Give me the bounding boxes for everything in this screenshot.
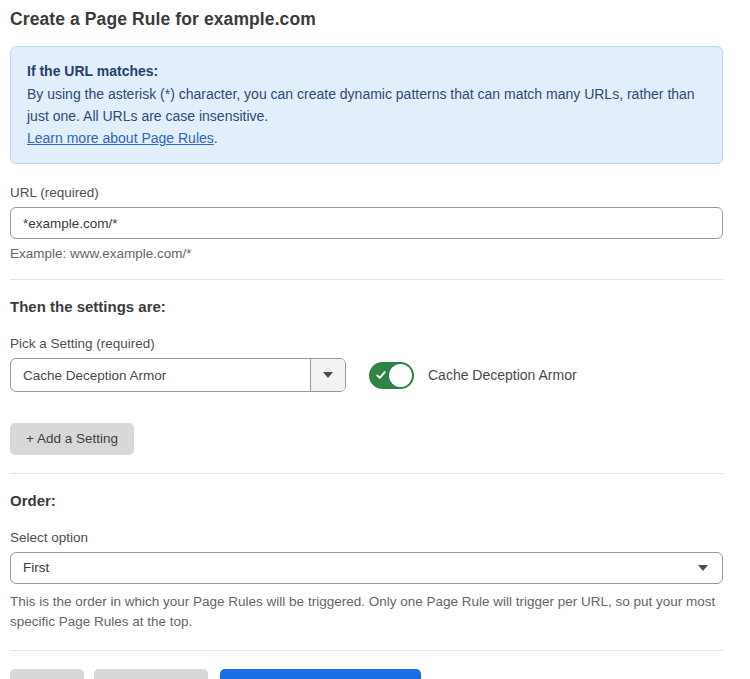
create-page-rule-panel: Create a Page Rule for example.com If th…: [10, 0, 723, 679]
info-box-body: By using the asterisk (*) character, you…: [27, 83, 706, 127]
order-select[interactable]: First: [10, 552, 723, 584]
url-input[interactable]: [10, 207, 723, 239]
info-box-heading: If the URL matches:: [27, 60, 706, 82]
add-setting-button[interactable]: + Add a Setting: [10, 423, 134, 455]
cache-deception-armor-toggle[interactable]: [369, 362, 414, 389]
order-section-heading: Order:: [10, 492, 723, 509]
setting-select[interactable]: Cache Deception Armor: [10, 358, 346, 392]
pick-setting-label: Pick a Setting (required): [10, 336, 723, 351]
url-match-info-box: If the URL matches: By using the asteris…: [10, 46, 723, 164]
divider: [10, 650, 723, 651]
divider: [10, 473, 723, 474]
page-title: Create a Page Rule for example.com: [10, 9, 723, 30]
footer-actions: Cancel Save as Draft Save and Deploy Pag…: [10, 669, 723, 679]
url-field-helper: Example: www.example.com/*: [10, 246, 723, 261]
setting-toggle-group: Cache Deception Armor: [369, 362, 577, 389]
caret-down-icon: [323, 372, 333, 378]
caret-down-icon: [698, 565, 708, 571]
toggle-knob: [389, 364, 412, 387]
info-box-link-line: Learn more about Page Rules.: [27, 127, 706, 149]
save-as-draft-button[interactable]: Save as Draft: [94, 669, 208, 679]
link-suffix: .: [214, 130, 218, 146]
divider: [10, 279, 723, 280]
order-helper-text: This is the order in which your Page Rul…: [10, 592, 723, 632]
order-select-label: Select option: [10, 530, 723, 545]
learn-more-link[interactable]: Learn more about Page Rules: [27, 130, 214, 146]
setting-row: Cache Deception Armor Cache Deception Ar…: [10, 358, 723, 392]
url-field-label: URL (required): [10, 185, 723, 200]
cancel-button[interactable]: Cancel: [10, 669, 84, 679]
setting-select-value: Cache Deception Armor: [11, 359, 310, 391]
save-and-deploy-button[interactable]: Save and Deploy Page Rule: [220, 669, 422, 679]
toggle-label: Cache Deception Armor: [428, 367, 577, 383]
setting-select-caret-button[interactable]: [310, 359, 345, 391]
order-select-value: First: [23, 560, 698, 575]
settings-section-heading: Then the settings are:: [10, 298, 723, 315]
check-icon: [376, 370, 386, 380]
